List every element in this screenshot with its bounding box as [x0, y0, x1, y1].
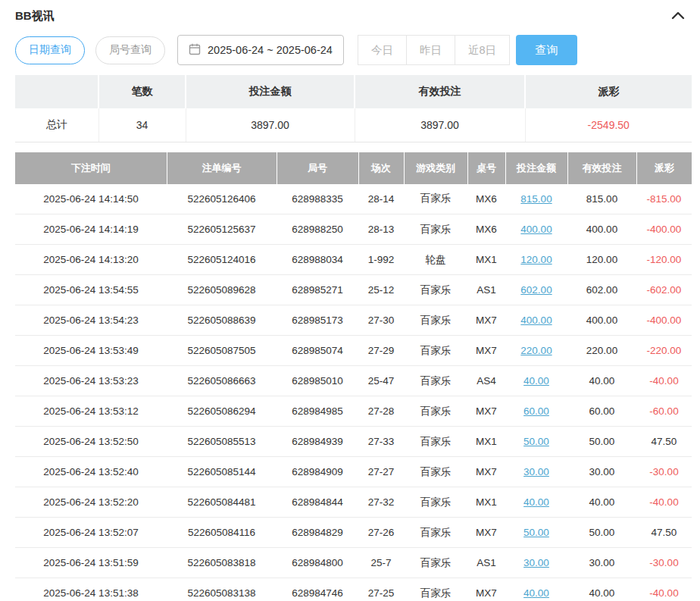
payout-cell: -30.00: [636, 548, 692, 578]
quick-yesterday-button[interactable]: 昨日: [406, 35, 455, 65]
bet-amount-link[interactable]: 602.00: [520, 284, 552, 296]
table-number-cell: AS1: [467, 275, 505, 305]
payout-cell: -40.00: [636, 578, 692, 601]
order-number-cell: 522605084116: [167, 518, 277, 548]
bb-video-section: BB视讯 日期查询 局号查询 2025-06-24 ~ 2025-06-24 今…: [0, 0, 700, 601]
order-number-cell: 522605089628: [167, 275, 277, 305]
bet-amount-cell: 60.00: [505, 396, 567, 427]
tab-round-query[interactable]: 局号查询: [95, 36, 165, 64]
quick-today-button[interactable]: 今日: [358, 35, 407, 65]
bet-amount-link[interactable]: 50.00: [523, 436, 549, 447]
bet-amount-link[interactable]: 40.00: [523, 375, 549, 387]
header-payout: 派彩: [636, 152, 692, 184]
page-title: BB视讯: [15, 9, 55, 23]
date-range-value: 2025-06-24 ~ 2025-06-24: [208, 44, 333, 56]
tab-date-query[interactable]: 日期查询: [15, 36, 85, 64]
bet-amount-link[interactable]: 30.00: [523, 557, 549, 568]
bet-time-cell: 2025-06-24 13:52:20: [15, 487, 167, 518]
session-cell: 28-14: [358, 184, 404, 214]
header-game-type: 游戏类别: [404, 152, 467, 184]
round-number-cell: 628988250: [277, 214, 358, 245]
bet-time-cell: 2025-06-24 13:52:07: [15, 518, 167, 548]
bet-amount-link[interactable]: 40.00: [523, 496, 549, 508]
valid-bet-cell: 40.00: [567, 366, 636, 396]
session-cell: 27-26: [358, 518, 404, 548]
table-row: 2025-06-24 13:51:59 522605083818 6289848…: [15, 548, 692, 578]
summary-table: 笔数 投注金额 有效投注 派彩 总计 34 3897.00 3897.00 -2…: [15, 75, 692, 142]
order-number-cell: 522605086663: [167, 366, 277, 396]
quick-range-group: 今日 昨日 近8日: [358, 35, 510, 65]
game-type-cell: 百家乐: [404, 548, 467, 578]
bet-amount-link[interactable]: 40.00: [523, 587, 549, 599]
bet-amount-link[interactable]: 220.00: [520, 345, 552, 356]
game-type-cell: 百家乐: [404, 305, 467, 336]
order-number-cell: 522605126406: [167, 184, 277, 214]
header-order-number: 注单编号: [167, 152, 277, 184]
round-number-cell: 628984985: [277, 396, 358, 427]
game-type-cell: 百家乐: [404, 336, 467, 366]
round-number-cell: 628985074: [277, 336, 358, 366]
order-number-cell: 522605086294: [167, 396, 277, 427]
summary-header-count: 笔数: [98, 75, 186, 108]
table-row: 2025-06-24 13:52:40 522605085144 6289849…: [15, 457, 692, 487]
bet-amount-cell: 815.00: [505, 184, 567, 214]
header-bet-time: 下注时间: [15, 152, 167, 184]
summary-total-row: 总计 34 3897.00 3897.00 -2549.50: [15, 108, 692, 142]
records-tbody: 2025-06-24 14:14:50 522605126406 6289883…: [15, 184, 692, 601]
order-number-cell: 522605088639: [167, 305, 277, 336]
bet-amount-cell: 30.00: [505, 457, 567, 487]
bet-time-cell: 2025-06-24 13:52:50: [15, 427, 167, 457]
order-number-cell: 522605085513: [167, 427, 277, 457]
table-row: 2025-06-24 13:51:38 522605083138 6289847…: [15, 578, 692, 601]
order-number-cell: 522605084481: [167, 487, 277, 518]
game-type-cell: 百家乐: [404, 487, 467, 518]
session-cell: 28-13: [358, 214, 404, 245]
search-button[interactable]: 查询: [516, 35, 577, 65]
valid-bet-cell: 40.00: [567, 487, 636, 518]
bet-amount-link[interactable]: 60.00: [523, 405, 549, 417]
table-number-cell: AS1: [467, 548, 505, 578]
date-range-picker[interactable]: 2025-06-24 ~ 2025-06-24: [177, 35, 344, 65]
bet-amount-cell: 50.00: [505, 427, 567, 457]
bet-amount-link[interactable]: 400.00: [520, 315, 552, 326]
table-row: 2025-06-24 13:54:55 522605089628 6289852…: [15, 275, 692, 305]
bet-amount-cell: 400.00: [505, 214, 567, 245]
chevron-up-icon: [671, 11, 685, 22]
quick-last8days-button[interactable]: 近8日: [455, 35, 510, 65]
order-number-cell: 522605087505: [167, 336, 277, 366]
valid-bet-cell: 815.00: [567, 184, 636, 214]
valid-bet-cell: 602.00: [567, 275, 636, 305]
table-number-cell: MX6: [467, 214, 505, 245]
game-type-cell: 百家乐: [404, 366, 467, 396]
valid-bet-cell: 400.00: [567, 305, 636, 336]
bet-amount-link[interactable]: 30.00: [523, 466, 549, 477]
payout-cell: -220.00: [636, 336, 692, 366]
calendar-icon: [189, 43, 201, 58]
bet-amount-link[interactable]: 120.00: [520, 254, 552, 265]
bet-amount-link[interactable]: 400.00: [520, 224, 552, 235]
round-number-cell: 628984746: [277, 578, 358, 601]
session-cell: 27-25: [358, 578, 404, 601]
bet-amount-link[interactable]: 50.00: [523, 527, 549, 538]
summary-total-payout: -2549.50: [525, 108, 692, 142]
table-row: 2025-06-24 13:54:23 522605088639 6289851…: [15, 305, 692, 336]
round-number-cell: 628985010: [277, 366, 358, 396]
table-number-cell: MX6: [467, 184, 505, 214]
valid-bet-cell: 60.00: [567, 396, 636, 427]
collapse-section-button[interactable]: [671, 11, 685, 22]
bet-amount-link[interactable]: 815.00: [520, 193, 552, 205]
bet-amount-cell: 602.00: [505, 275, 567, 305]
table-number-cell: MX7: [467, 457, 505, 487]
game-type-cell: 百家乐: [404, 214, 467, 245]
bet-time-cell: 2025-06-24 13:54:55: [15, 275, 167, 305]
bet-amount-cell: 220.00: [505, 336, 567, 366]
table-number-cell: MX1: [467, 427, 505, 457]
payout-cell: -602.00: [636, 275, 692, 305]
session-cell: 1-992: [358, 245, 404, 275]
payout-cell: -60.00: [636, 396, 692, 427]
order-number-cell: 522605083138: [167, 578, 277, 601]
bet-time-cell: 2025-06-24 13:51:59: [15, 548, 167, 578]
bet-amount-cell: 40.00: [505, 578, 567, 601]
table-row: 2025-06-24 14:14:50 522605126406 6289883…: [15, 184, 692, 214]
payout-cell: -120.00: [636, 245, 692, 275]
